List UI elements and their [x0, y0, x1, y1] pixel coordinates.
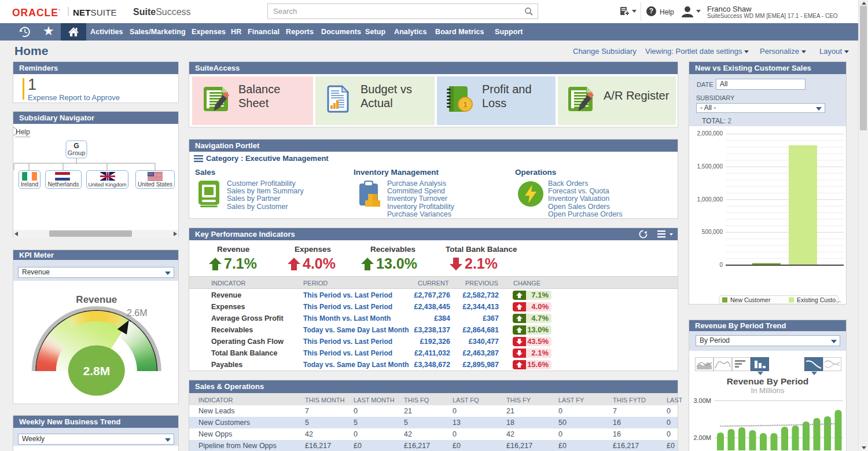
svg-text:2.6M: 2.6M — [127, 308, 148, 318]
svg-text:500,000: 500,000 — [702, 229, 723, 235]
svg-text:Revenue: Revenue — [76, 294, 117, 305]
svg-text:Existing Custo...: Existing Custo... — [797, 296, 841, 303]
svg-text:2,000,000: 2,000,000 — [697, 130, 723, 137]
svg-text:2.8M: 2.8M — [83, 364, 110, 377]
svg-text:2.00M: 2.00M — [693, 434, 711, 441]
svg-text:1,000,000: 1,000,000 — [697, 196, 723, 203]
svg-text:G: G — [73, 142, 79, 150]
svg-text:1: 1 — [464, 101, 468, 109]
svg-text:1,500,000: 1,500,000 — [697, 163, 723, 170]
svg-text:3.00M: 3.00M — [693, 397, 711, 404]
svg-text:0: 0 — [719, 262, 723, 268]
svg-text:New Customer: New Customer — [730, 296, 771, 303]
svg-text:Group: Group — [68, 149, 86, 156]
